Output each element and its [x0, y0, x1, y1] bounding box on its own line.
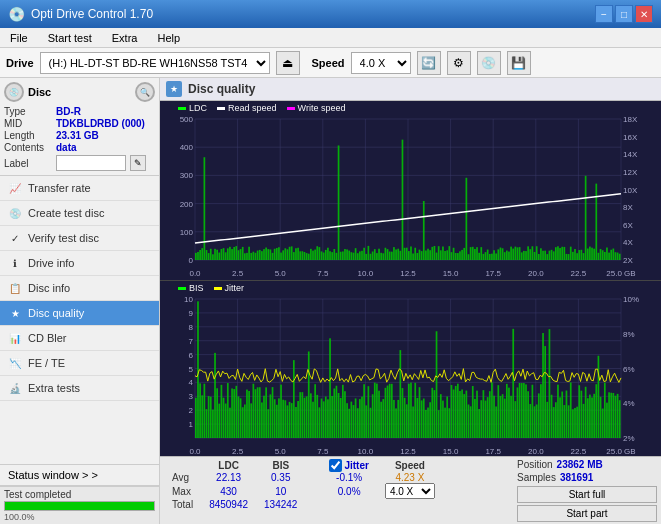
- sidebar-item-disc-info[interactable]: 📋 Disc info: [0, 276, 159, 301]
- samples-row: Samples 381691: [517, 472, 657, 483]
- disc-icon: 💿: [4, 82, 24, 102]
- create-test-disc-icon: 💿: [8, 206, 22, 220]
- start-part-button[interactable]: Start part: [517, 505, 657, 522]
- avg-row-label: Avg: [164, 472, 201, 483]
- minimize-button[interactable]: −: [595, 5, 613, 23]
- avg-speed-value: 4.23 X: [377, 472, 443, 483]
- create-test-disc-label: Create test disc: [28, 207, 104, 219]
- charts-container: LDC Read speed Write speed: [160, 101, 661, 456]
- bis-legend-dot: [178, 287, 186, 290]
- ldc-chart-container: LDC Read speed Write speed: [160, 101, 661, 281]
- status-window-button[interactable]: Status window > >: [0, 465, 159, 486]
- contents-value: data: [56, 142, 77, 153]
- transfer-rate-label: Transfer rate: [28, 182, 91, 194]
- action-buttons: Start full Start part: [517, 486, 657, 522]
- sidebar-item-verify-test-disc[interactable]: ✓ Verify test disc: [0, 226, 159, 251]
- sidebar-item-create-test-disc[interactable]: 💿 Create test disc: [0, 201, 159, 226]
- sidebar-item-extra-tests[interactable]: 🔬 Extra tests: [0, 376, 159, 401]
- content-icon: ★: [166, 81, 182, 97]
- read-speed-legend-dot: [217, 107, 225, 110]
- avg-bis-value: 0.35: [256, 472, 305, 483]
- stat-speed-label-header: Speed: [377, 459, 443, 472]
- avg-ldc-value: 22.13: [201, 472, 256, 483]
- refresh-button[interactable]: 🔄: [417, 51, 441, 75]
- settings-button[interactable]: ⚙: [447, 51, 471, 75]
- disc-button[interactable]: 💿: [477, 51, 501, 75]
- label-input[interactable]: [56, 155, 126, 171]
- speed-select[interactable]: 1.0 X 2.0 X 4.0 X 6.0 X 8.0 X: [351, 52, 411, 74]
- drivebar: Drive (H:) HL-DT-ST BD-RE WH16NS58 TST4 …: [0, 48, 661, 78]
- avg-spacer: [305, 472, 321, 483]
- sidebar-item-cd-bler[interactable]: 📊 CD Bler: [0, 326, 159, 351]
- drive-label: Drive: [6, 57, 34, 69]
- bottom-stats: LDC BIS Jitter Speed Avg 22.: [160, 456, 661, 524]
- max-speed-selector[interactable]: 4.0 X: [377, 483, 443, 499]
- nav-items: 📈 Transfer rate 💿 Create test disc ✓ Ver…: [0, 176, 159, 401]
- save-button[interactable]: 💾: [507, 51, 531, 75]
- label-key: Label: [4, 158, 52, 169]
- max-row-label: Max: [164, 483, 201, 499]
- drive-select[interactable]: (H:) HL-DT-ST BD-RE WH16NS58 TST4: [40, 52, 270, 74]
- disc-info-rows: Type BD-R MID TDKBLDRBD (000) Length 23.…: [4, 106, 155, 171]
- menu-extra[interactable]: Extra: [106, 30, 144, 46]
- sidebar: 💿 Disc 🔍 Type BD-R MID TDKBLDRBD (000) L…: [0, 78, 160, 524]
- disc-section: 💿 Disc 🔍 Type BD-R MID TDKBLDRBD (000) L…: [0, 78, 159, 176]
- label-edit-button[interactable]: ✎: [130, 155, 146, 171]
- close-button[interactable]: ✕: [635, 5, 653, 23]
- window-controls: − □ ✕: [595, 5, 653, 23]
- sidebar-item-disc-quality[interactable]: ★ Disc quality: [0, 301, 159, 326]
- bis-chart: [160, 281, 661, 456]
- disc-info-nav-icon: 📋: [8, 281, 22, 295]
- menu-help[interactable]: Help: [151, 30, 186, 46]
- stat-jitter-header: Jitter: [321, 459, 376, 472]
- status-text: Test completed: [4, 489, 71, 500]
- samples-value: 381691: [560, 472, 593, 483]
- stat-ldc-header: LDC: [201, 459, 256, 472]
- ldc-legend-dot: [178, 107, 186, 110]
- stat-bis-header: BIS: [256, 459, 305, 472]
- transfer-rate-icon: 📈: [8, 181, 22, 195]
- disc-section-title: Disc: [28, 86, 51, 98]
- eject-button[interactable]: ⏏: [276, 51, 300, 75]
- sidebar-item-drive-info[interactable]: ℹ Drive info: [0, 251, 159, 276]
- type-key: Type: [4, 106, 52, 117]
- menu-file[interactable]: File: [4, 30, 34, 46]
- jitter-checkbox[interactable]: [329, 459, 342, 472]
- drive-info-icon: ℹ: [8, 256, 22, 270]
- stats-table: LDC BIS Jitter Speed Avg 22.: [164, 459, 443, 510]
- speed-select-stats[interactable]: 4.0 X: [385, 483, 435, 499]
- stat-spacer-header: [305, 459, 321, 472]
- menu-start-test[interactable]: Start test: [42, 30, 98, 46]
- disc-info-icon[interactable]: 🔍: [135, 82, 155, 102]
- titlebar: 💿 Opti Drive Control 1.70 − □ ✕: [0, 0, 661, 28]
- sidebar-item-fe-te[interactable]: 📉 FE / TE: [0, 351, 159, 376]
- write-speed-legend-label: Write speed: [298, 103, 346, 113]
- write-speed-legend: Write speed: [287, 103, 346, 113]
- total-row-label: Total: [164, 499, 201, 510]
- write-speed-legend-dot: [287, 107, 295, 110]
- samples-label: Samples: [517, 472, 556, 483]
- bis-legend: BIS: [178, 283, 204, 293]
- ldc-legend: LDC: [178, 103, 207, 113]
- total-ldc-value: 8450942: [201, 499, 256, 510]
- disc-info-label: Disc info: [28, 282, 70, 294]
- position-label: Position: [517, 459, 553, 470]
- jitter-legend-label: Jitter: [225, 283, 245, 293]
- jitter-legend-dot: [214, 287, 222, 290]
- type-value: BD-R: [56, 106, 81, 117]
- maximize-button[interactable]: □: [615, 5, 633, 23]
- max-jitter-value: 0.0%: [321, 483, 376, 499]
- read-speed-legend: Read speed: [217, 103, 277, 113]
- avg-jitter-value: -0.1%: [321, 472, 376, 483]
- max-bis-value: 10: [256, 483, 305, 499]
- app-title: Opti Drive Control 1.70: [31, 7, 595, 21]
- total-jitter-spacer: [321, 499, 376, 510]
- main-area: 💿 Disc 🔍 Type BD-R MID TDKBLDRBD (000) L…: [0, 78, 661, 524]
- start-full-button[interactable]: Start full: [517, 486, 657, 503]
- sidebar-item-transfer-rate[interactable]: 📈 Transfer rate: [0, 176, 159, 201]
- verify-test-disc-icon: ✓: [8, 231, 22, 245]
- progress-pct-label: 100.0%: [4, 512, 35, 522]
- mid-key: MID: [4, 118, 52, 129]
- max-spacer: [305, 483, 321, 499]
- ldc-chart: [160, 101, 661, 278]
